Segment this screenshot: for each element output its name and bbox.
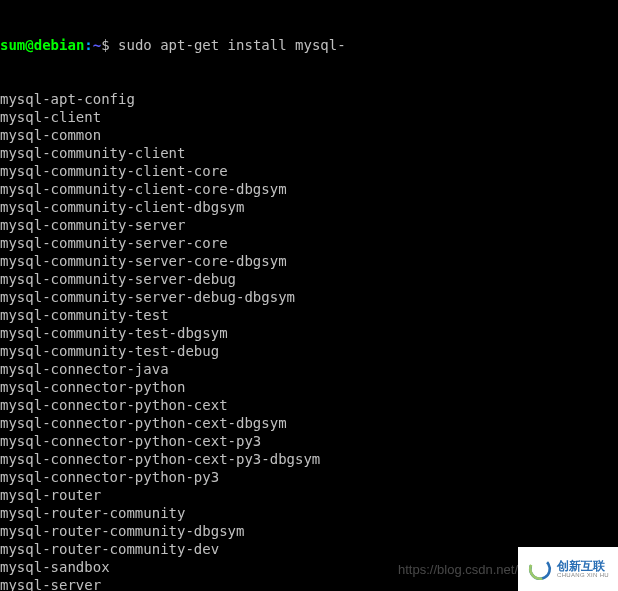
completion-item: mysql-connector-java [0,360,618,378]
completion-item: mysql-connector-python-cext-py3-dbgsym [0,450,618,468]
completion-item: mysql-community-test-debug [0,342,618,360]
completion-item: mysql-community-server-core-dbgsym [0,252,618,270]
completion-item: mysql-community-client-core-dbgsym [0,180,618,198]
completion-item: mysql-connector-python-cext [0,396,618,414]
prompt-user: sum [0,36,25,54]
completion-item: mysql-sandbox [0,558,618,576]
completion-item: mysql-router-community [0,504,618,522]
prompt-dollar: $ [101,36,118,54]
completion-item: mysql-community-test-dbgsym [0,324,618,342]
completion-item: mysql-community-client [0,144,618,162]
tab-completion-list: mysql-apt-configmysql-clientmysql-common… [0,90,618,591]
completion-item: mysql-connector-python-cext-py3 [0,432,618,450]
completion-item: mysql-apt-config [0,90,618,108]
completion-item: mysql-connector-python-py3 [0,468,618,486]
completion-item: mysql-router-community-dev [0,540,618,558]
completion-item: mysql-connector-python-cext-dbgsym [0,414,618,432]
completion-item: mysql-community-server-debug [0,270,618,288]
command-text: sudo apt-get install mysql- [118,36,346,54]
prompt-colon: : [84,36,92,54]
completion-item: mysql-common [0,126,618,144]
prompt-line-1: sum@debian:~$ sudo apt-get install mysql… [0,36,618,54]
completion-item: mysql-community-client-dbgsym [0,198,618,216]
prompt-host: debian [34,36,85,54]
completion-item: mysql-community-server [0,216,618,234]
completion-item: mysql-connector-python [0,378,618,396]
terminal-window[interactable]: sum@debian:~$ sudo apt-get install mysql… [0,0,618,591]
completion-item: mysql-community-server-core [0,234,618,252]
completion-item: mysql-community-client-core [0,162,618,180]
completion-item: mysql-community-test [0,306,618,324]
completion-item: mysql-community-server-debug-dbgsym [0,288,618,306]
completion-item: mysql-router-community-dbgsym [0,522,618,540]
completion-item: mysql-server [0,576,618,591]
completion-item: mysql-router [0,486,618,504]
prompt-at: @ [25,36,33,54]
completion-item: mysql-client [0,108,618,126]
prompt-path: ~ [93,36,101,54]
